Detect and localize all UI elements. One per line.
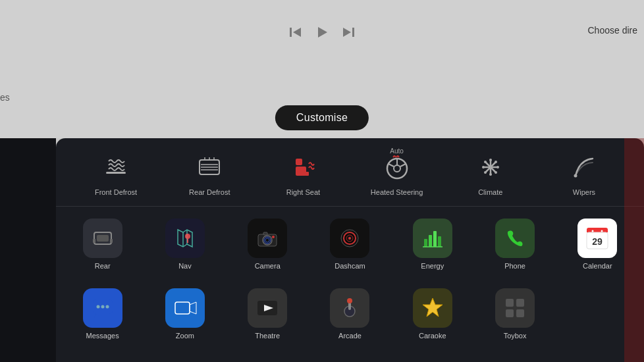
quick-front-defrost[interactable]: Front Defrost	[69, 150, 163, 197]
energy-app-icon	[413, 219, 452, 258]
svg-rect-53	[424, 239, 427, 247]
svg-marker-69	[190, 302, 196, 314]
nav-app-label: Nav	[178, 262, 192, 270]
arcade-app-label: Arcade	[338, 332, 362, 340]
svg-rect-36	[97, 235, 109, 242]
rear-defrost-label: Rear Defrost	[189, 188, 230, 197]
theatre-app-icon	[248, 288, 287, 328]
dashcam-app-icon	[330, 219, 369, 258]
app-energy[interactable]: Energy	[392, 213, 472, 275]
app-phone[interactable]: Phone	[475, 213, 554, 275]
quick-climate[interactable]: Climate	[444, 150, 537, 197]
top-left-label: es	[0, 92, 10, 103]
energy-app-label: Energy	[421, 262, 444, 270]
app-rear[interactable]: Rear	[63, 213, 142, 275]
svg-point-34	[574, 174, 577, 178]
caraoke-app-label: Caraoke	[419, 332, 446, 340]
right-seat-label: Right Seat	[286, 188, 320, 197]
heated-steering-label: Heated Steering	[371, 188, 423, 197]
quick-right-seat[interactable]: Right Seat	[256, 150, 350, 197]
theatre-app-label: Theatre	[255, 332, 280, 340]
svg-point-63	[601, 230, 603, 232]
calendar-app-label: Calendar	[583, 262, 612, 270]
arcade-app-icon	[330, 288, 369, 328]
front-defrost-icon	[99, 150, 133, 184]
wipers-label: Wipers	[573, 188, 595, 197]
svg-point-46	[265, 238, 269, 242]
caraoke-app-icon	[413, 288, 452, 328]
media-controls	[288, 25, 356, 39]
right-seat-icon	[286, 150, 320, 184]
customise-button[interactable]: Customise	[275, 105, 369, 130]
quick-rear-defrost[interactable]: Rear Defrost	[163, 150, 256, 197]
svg-rect-5	[106, 172, 126, 174]
svg-rect-0	[290, 28, 292, 37]
nav-app-icon	[165, 219, 205, 258]
svg-rect-14	[296, 159, 302, 165]
app-theatre[interactable]: Theatre	[228, 283, 308, 345]
toybox-app-label: Toybox	[504, 332, 527, 340]
rear-defrost-icon	[192, 150, 227, 184]
front-defrost-label: Front Defrost	[95, 188, 137, 197]
svg-point-42	[185, 234, 190, 239]
quick-wipers[interactable]: Wipers	[537, 150, 631, 197]
app-messages[interactable]: Messages	[63, 283, 142, 345]
svg-point-62	[592, 230, 594, 232]
svg-point-75	[347, 298, 352, 303]
svg-line-20	[400, 164, 406, 167]
messages-app-label: Messages	[86, 332, 119, 340]
svg-point-66	[101, 305, 104, 309]
svg-rect-47	[263, 232, 267, 235]
app-camera[interactable]: Camera	[228, 213, 308, 275]
svg-rect-13	[296, 167, 306, 176]
zoom-app-icon	[165, 288, 205, 328]
app-zoom[interactable]: Zoom	[145, 283, 225, 345]
app-grid-row2: Messages Zoom Theatre	[56, 282, 644, 345]
choose-direction-label: Choose dire	[588, 25, 638, 36]
svg-marker-39	[178, 230, 192, 247]
svg-line-19	[389, 164, 394, 167]
app-nav[interactable]: Nav	[145, 213, 225, 275]
app-caraoke[interactable]: Caraoke	[392, 283, 472, 345]
svg-rect-56	[438, 236, 441, 247]
svg-point-48	[272, 236, 275, 238]
camera-app-label: Camera	[255, 262, 281, 270]
svg-point-27	[489, 173, 492, 176]
car-edge	[624, 138, 644, 362]
svg-rect-54	[429, 235, 432, 247]
toybox-app-icon	[495, 288, 535, 328]
svg-point-52	[348, 237, 351, 240]
svg-rect-78	[516, 299, 524, 307]
climate-icon	[473, 150, 508, 184]
svg-point-26	[489, 159, 492, 161]
svg-point-33	[484, 171, 487, 174]
svg-rect-15	[305, 172, 309, 176]
svg-point-67	[105, 305, 109, 309]
dashcam-app-label: Dashcam	[335, 262, 365, 270]
zoom-app-label: Zoom	[176, 332, 194, 340]
svg-rect-4	[352, 28, 354, 37]
svg-rect-37	[93, 239, 95, 243]
svg-rect-55	[433, 231, 437, 247]
phone-app-icon	[495, 219, 535, 258]
svg-rect-77	[506, 299, 514, 307]
play-button[interactable]	[315, 25, 329, 39]
app-grid-row1: Rear Nav	[56, 207, 644, 282]
svg-point-65	[96, 305, 99, 309]
quick-heated-steering[interactable]: Auto Heated Steering	[350, 150, 444, 197]
svg-rect-68	[175, 302, 190, 314]
skip-forward-button[interactable]	[341, 25, 356, 39]
svg-point-32	[495, 161, 497, 163]
svg-point-29	[496, 166, 499, 168]
app-arcade[interactable]: Arcade	[310, 283, 390, 345]
app-dashcam[interactable]: Dashcam	[310, 213, 390, 275]
climate-label: Climate	[478, 188, 502, 197]
rear-app-icon	[83, 219, 122, 258]
svg-marker-1	[293, 28, 301, 37]
camera-app-icon	[248, 219, 287, 258]
app-toybox[interactable]: Toybox	[475, 283, 554, 345]
heated-steering-badge: Auto	[390, 147, 404, 155]
skip-back-button[interactable]	[288, 25, 303, 39]
wipers-icon	[567, 150, 601, 184]
svg-rect-79	[506, 309, 514, 317]
